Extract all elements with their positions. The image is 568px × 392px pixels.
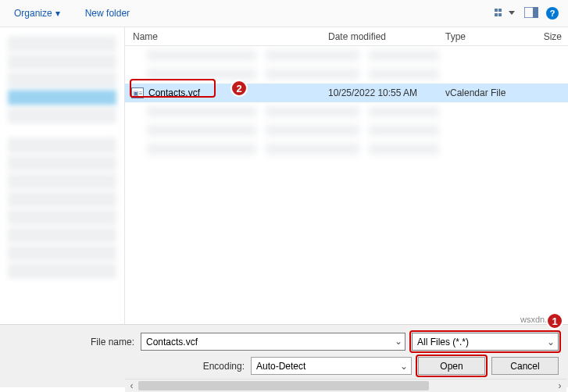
file-date: 10/25/2022 10:55 AM (328, 87, 445, 98)
annotation-highlight (130, 79, 216, 98)
nav-item[interactable] (8, 72, 116, 87)
nav-item[interactable] (8, 191, 116, 207)
nav-item[interactable] (8, 173, 116, 189)
organize-menu[interactable]: Organize ▾ (9, 5, 65, 22)
chevron-down-icon: ▾ (55, 8, 60, 19)
nav-item[interactable] (8, 54, 116, 69)
annotation-badge-1: 1 (546, 312, 563, 330)
nav-item[interactable] (8, 209, 116, 225)
svg-rect-5 (533, 7, 538, 18)
nav-item[interactable] (8, 36, 116, 52)
filename-input[interactable] (141, 333, 405, 351)
annotation-highlight (409, 330, 561, 353)
file-row[interactable] (125, 46, 568, 65)
file-row[interactable] (125, 102, 568, 121)
col-type[interactable]: Type (445, 31, 539, 42)
svg-rect-0 (495, 9, 498, 12)
svg-rect-1 (498, 9, 502, 12)
footer: File name: ⌄ All Files (*.*) ⌄ 1 Encodin… (0, 324, 568, 387)
chevron-down-icon: ⌄ (400, 361, 408, 372)
horizontal-scrollbar[interactable]: ‹ › (125, 379, 566, 392)
annotation-badge-2: 2 (230, 80, 248, 97)
scroll-right-icon[interactable]: › (553, 380, 566, 391)
nav-item[interactable] (8, 227, 116, 243)
cancel-button[interactable]: Cancel (491, 357, 559, 375)
view-options-button[interactable] (495, 7, 516, 20)
scroll-thumb[interactable] (138, 381, 429, 390)
nav-pane[interactable] (0, 27, 125, 324)
new-folder-button[interactable]: New folder (80, 5, 134, 22)
col-size[interactable]: Size (539, 31, 568, 42)
new-folder-label: New folder (85, 8, 130, 19)
file-list: Name Date modified Type Size ▣≡ Contacts… (125, 27, 568, 324)
nav-item[interactable] (8, 245, 116, 261)
nav-item[interactable] (8, 108, 116, 123)
toolbar: Organize ▾ New folder ? (0, 0, 568, 27)
nav-item[interactable] (8, 90, 116, 105)
encoding-select[interactable]: Auto-Detect ⌄ (251, 357, 412, 375)
main-area: Name Date modified Type Size ▣≡ Contacts… (0, 27, 568, 324)
col-date[interactable]: Date modified (328, 31, 445, 42)
file-row[interactable] (125, 140, 568, 159)
annotation-highlight (416, 355, 488, 377)
filename-label: File name: (9, 337, 134, 347)
preview-pane-button[interactable] (524, 7, 538, 20)
scroll-track[interactable] (138, 380, 553, 392)
help-icon[interactable]: ? (546, 7, 559, 20)
nav-item[interactable] (8, 155, 116, 171)
scroll-left-icon[interactable]: ‹ (125, 380, 138, 391)
svg-rect-3 (498, 13, 502, 16)
col-name[interactable]: Name (125, 31, 328, 42)
file-row[interactable] (125, 121, 568, 140)
file-type: vCalendar File (445, 87, 539, 98)
column-headers: Name Date modified Type Size (125, 27, 568, 46)
nav-item[interactable] (8, 137, 116, 153)
svg-rect-2 (495, 13, 498, 16)
encoding-label: Encoding: (203, 361, 245, 372)
encoding-value: Auto-Detect (256, 361, 305, 372)
cancel-label: Cancel (510, 361, 539, 372)
organize-label: Organize (14, 8, 52, 19)
nav-item[interactable] (8, 263, 116, 279)
filename-combo[interactable]: ⌄ (141, 333, 405, 351)
